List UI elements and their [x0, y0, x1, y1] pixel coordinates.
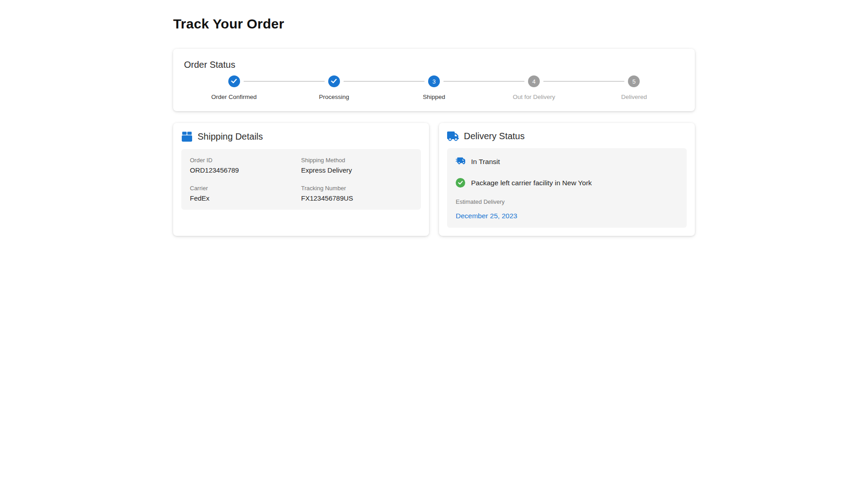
truck-icon: [447, 131, 459, 141]
field-carrier: Carrier FedEx: [190, 185, 301, 202]
shipping-details-card: Shipping Details Order ID ORD123456789 S…: [173, 123, 429, 236]
truck-fast-icon: [456, 156, 465, 167]
step-order-confirmed: Order Confirmed: [184, 75, 284, 100]
step-processing: Processing: [284, 75, 384, 100]
delivery-status-panel: In Transit Package left carrier facility…: [447, 148, 687, 228]
shipping-fields-panel: Order ID ORD123456789 Shipping Method Ex…: [181, 149, 421, 210]
estimated-delivery-label: Estimated Delivery: [456, 198, 678, 205]
order-status-card: Order Status Order Confirmed Pro: [173, 49, 695, 111]
step-out-for-delivery: 4 Out for Delivery: [484, 75, 584, 100]
step-4-circle: 4: [528, 75, 540, 87]
order-status-title: Order Status: [184, 60, 684, 70]
field-order-id: Order ID ORD123456789: [190, 157, 301, 174]
delivery-status-header: Delivery Status: [447, 131, 687, 141]
delivery-update-row: Package left carrier facility in New Yor…: [456, 178, 678, 188]
step-delivered: 5 Delivered: [584, 75, 684, 100]
field-label: Carrier: [190, 185, 301, 192]
field-value: Express Delivery: [301, 166, 412, 174]
delivery-update-text: Package left carrier facility in New Yor…: [471, 179, 592, 187]
check-icon: [231, 78, 237, 85]
shipping-details-title: Shipping Details: [198, 131, 263, 142]
check-circle-icon: [456, 178, 465, 188]
estimated-delivery-block: Estimated Delivery December 25, 2023: [456, 198, 678, 220]
delivery-status-title: Delivery Status: [464, 131, 525, 141]
box-icon: [181, 131, 193, 142]
step-5-circle: 5: [628, 75, 640, 87]
step-label: Shipped: [423, 94, 445, 100]
step-2-circle: [328, 75, 340, 87]
step-label: Out for Delivery: [513, 94, 555, 100]
step-label: Processing: [319, 94, 349, 100]
field-value: FX123456789US: [301, 194, 412, 202]
detail-cards-row: Shipping Details Order ID ORD123456789 S…: [173, 123, 695, 236]
field-label: Order ID: [190, 157, 301, 164]
estimated-delivery-date-link[interactable]: December 25, 2023: [456, 212, 517, 220]
shipping-details-header: Shipping Details: [181, 131, 421, 142]
check-icon: [331, 78, 337, 85]
field-shipping-method: Shipping Method Express Delivery: [301, 157, 412, 174]
field-tracking-number: Tracking Number FX123456789US: [301, 185, 412, 202]
delivery-status-card: Delivery Status In Transit Package left …: [439, 123, 695, 236]
transit-status-text: In Transit: [471, 158, 500, 166]
page-title: Track Your Order: [173, 16, 695, 32]
step-label: Order Confirmed: [211, 94, 257, 100]
field-label: Shipping Method: [301, 157, 412, 164]
order-progress-stepper: Order Confirmed Processing 3 Shipped 4: [184, 75, 684, 100]
order-tracking-page: Track Your Order Order Status Order Conf…: [173, 0, 695, 236]
transit-status-row: In Transit: [456, 156, 678, 167]
step-3-circle: 3: [428, 75, 440, 87]
field-label: Tracking Number: [301, 185, 412, 192]
field-value: FedEx: [190, 194, 301, 202]
field-value: ORD123456789: [190, 166, 301, 174]
step-shipped: 3 Shipped: [384, 75, 484, 100]
step-label: Delivered: [621, 94, 647, 100]
step-1-circle: [228, 75, 240, 87]
